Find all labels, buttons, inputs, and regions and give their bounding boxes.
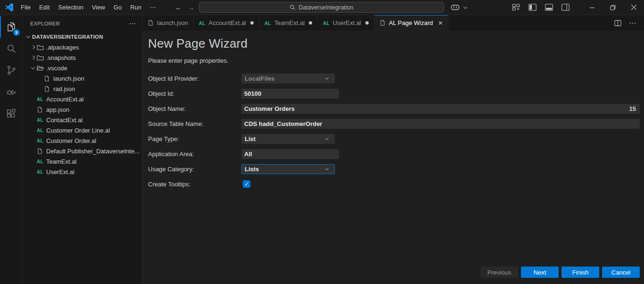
chevron-down-icon — [25, 35, 32, 38]
tree-item-label: .alpackages — [46, 44, 79, 51]
al-icon: AL — [37, 169, 46, 175]
tab-launch-json[interactable]: launch.json — [142, 15, 194, 31]
run-debug-icon — [6, 86, 17, 98]
activity-bar: 3 — [0, 15, 23, 284]
toggle-panel-icon[interactable] — [545, 4, 553, 11]
tree-item-app-json[interactable]: app.json — [23, 104, 142, 115]
tree-item-default-publisher-dataverseinte[interactable]: Default Publisher_DataverseInte... — [23, 146, 142, 156]
select-page-type[interactable]: List — [241, 134, 335, 144]
next-button[interactable]: Next — [521, 267, 559, 278]
split-editor-icon[interactable] — [614, 20, 621, 26]
tab-userext-al[interactable]: ALUserExt.al — [318, 15, 374, 31]
copilot-menu[interactable] — [451, 4, 469, 11]
select-value: List — [245, 135, 256, 142]
tree-item-rad-json[interactable]: rad.json — [23, 84, 142, 94]
tree-item-customer-order-line-al[interactable]: ALCustomer Order Line.al — [23, 125, 142, 135]
file-icon — [380, 19, 386, 26]
tree-item-accountext-al[interactable]: ALAccountExt.al — [23, 94, 142, 104]
activity-search[interactable] — [0, 38, 23, 59]
extensions-icon — [6, 108, 17, 119]
back-icon[interactable]: ← — [174, 3, 183, 11]
restore-button[interactable] — [603, 0, 623, 15]
input-value: All — [244, 150, 252, 158]
tree-item-teamext-al[interactable]: ALTeamExt.al — [23, 156, 142, 167]
field-row-object-id: Object Id:50100 — [148, 86, 640, 101]
tab-teamext-al[interactable]: ALTeamExt.al — [259, 15, 318, 31]
menu-view[interactable]: View — [88, 0, 109, 15]
chevron-right-icon — [29, 46, 37, 49]
select-value: LocalFiles — [245, 75, 275, 82]
tab-bar: launch.jsonALAccountExt.alALTeamExt.alAL… — [142, 15, 644, 31]
checkbox-create-tooltips[interactable]: ✓ — [243, 180, 250, 188]
close-tab-icon[interactable]: ✕ — [438, 20, 443, 26]
input-object-name[interactable]: Customer Orders15 — [241, 104, 640, 114]
menu-run[interactable]: Run — [126, 0, 146, 15]
field-row-object-name: Object Name:Customer Orders15 — [148, 101, 640, 116]
toggle-secondary-sidebar-icon[interactable] — [561, 4, 570, 11]
field-label: Create Tooltips: — [148, 181, 241, 188]
forward-icon[interactable]: → — [187, 3, 195, 11]
input-value: 50100 — [244, 90, 261, 97]
tree-item-customer-order-al[interactable]: ALCustomer Order.al — [23, 135, 142, 146]
tab-label: launch.json — [157, 19, 188, 26]
file-icon — [44, 75, 53, 82]
folder-icon — [37, 44, 46, 50]
select-object-id-provider[interactable]: LocalFiles — [241, 74, 335, 84]
menu-go[interactable]: Go — [109, 0, 126, 15]
command-center-search[interactable]: DataverseIntegration — [199, 2, 444, 13]
copilot-icon — [451, 4, 460, 11]
tab-label: UserExt.al — [333, 19, 361, 26]
modified-dot-icon — [250, 21, 254, 25]
al-icon: AL — [323, 19, 330, 26]
input-source-table-name[interactable]: CDS hadd_CustomerOrder — [241, 119, 640, 129]
tree-item-launch-json[interactable]: launch.json — [23, 73, 142, 84]
wizard-form: Object Id Provider:LocalFilesObject Id:5… — [148, 71, 640, 192]
chevron-down-icon — [323, 77, 330, 80]
explorer-more-actions-icon[interactable]: ⋯ — [129, 19, 136, 28]
vscode-logo-icon — [5, 3, 14, 12]
field-row-create-tooltips: Create Tooltips:✓ — [148, 176, 640, 192]
menu-more[interactable]: ⋯ — [146, 0, 160, 15]
field-row-usage-category: Usage Category:Lists — [148, 161, 640, 176]
search-icon — [6, 43, 17, 54]
close-window-button[interactable] — [623, 0, 644, 15]
file-tree: DATAVERSEINTEGRATION.alpackages.snapshot… — [23, 32, 142, 177]
menu-selection[interactable]: Selection — [54, 0, 87, 15]
customize-layout-icon[interactable] — [512, 4, 520, 11]
activity-source-control[interactable] — [0, 59, 23, 81]
minimize-button[interactable] — [582, 0, 603, 15]
menu-edit[interactable]: Edit — [35, 0, 54, 15]
tab-al-page-wizard[interactable]: AL Page Wizard✕ — [374, 15, 449, 31]
tab-label: AccountExt.al — [209, 19, 247, 26]
tab-accountext-al[interactable]: ALAccountExt.al — [194, 15, 259, 31]
tree-item-vscode[interactable]: .vscode — [23, 63, 142, 73]
activity-extensions[interactable] — [0, 103, 23, 125]
finish-button[interactable]: Finish — [561, 267, 599, 278]
input-object-id[interactable]: 50100 — [241, 89, 339, 99]
al-icon: AL — [37, 128, 46, 133]
input-application-area[interactable]: All — [241, 149, 339, 159]
tree-item-userext-al[interactable]: ALUserExt.al — [23, 167, 142, 177]
tree-item-alpackages[interactable]: .alpackages — [23, 42, 142, 52]
activity-explorer[interactable]: 3 — [0, 16, 23, 38]
input-value: CDS hadd_CustomerOrder — [244, 120, 322, 127]
page-subtitle: Please enter page properties. — [148, 57, 640, 64]
previous-button[interactable]: Previous — [480, 267, 518, 278]
tree-item-snapshots[interactable]: .snapshots — [23, 52, 142, 63]
activity-run-debug[interactable] — [0, 81, 23, 103]
field-row-page-type: Page Type:List — [148, 131, 640, 146]
cancel-button[interactable]: Cancel — [602, 267, 640, 278]
menu-file[interactable]: File — [17, 0, 35, 15]
tree-item-contactext-al[interactable]: ALContactExt.al — [23, 115, 142, 125]
tree-item-dataverseintegration[interactable]: DATAVERSEINTEGRATION — [23, 32, 142, 42]
tree-item-label: ContactExt.al — [46, 117, 83, 124]
toggle-primary-sidebar-icon[interactable] — [528, 4, 537, 11]
tree-item-label: Default Publisher_DataverseInte... — [46, 148, 140, 155]
tree-item-label: .vscode — [46, 65, 67, 72]
al-icon: AL — [37, 138, 46, 143]
editor-more-actions-icon[interactable]: ⋯ — [629, 19, 636, 27]
select-usage-category[interactable]: Lists — [241, 164, 335, 174]
chevron-down-icon — [323, 168, 330, 170]
search-query: DataverseIntegration — [298, 4, 353, 11]
field-label: Object Name: — [148, 105, 241, 112]
